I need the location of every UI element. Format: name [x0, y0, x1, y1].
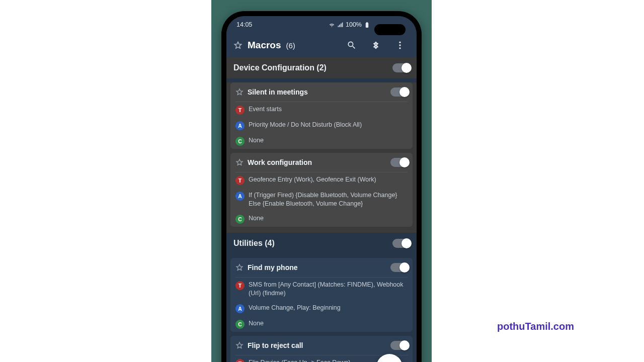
status-time: 14:05 [236, 21, 252, 28]
trigger-text: Geofence Entry (Work), Geofence Exit (Wo… [249, 175, 376, 184]
wifi-icon [329, 22, 335, 28]
group-toggle[interactable] [392, 239, 410, 248]
battery-percentage: 100% [346, 21, 362, 28]
trigger-text: Event starts [249, 105, 282, 114]
action-text: Volume Change, Play: Beginning [249, 304, 341, 312]
search-button[interactable] [342, 36, 361, 55]
action-row: A If (Trigger Fired) {Disable Bluetooth,… [230, 188, 413, 211]
macro-title: Flip to reject call [248, 341, 386, 349]
constraint-badge-icon: C [235, 215, 245, 224]
trigger-row: T SMS from [Any Contact] (Matches: FINDM… [230, 278, 413, 301]
macro-card-find-phone[interactable]: Find my phone T SMS from [Any Contact] (… [230, 258, 413, 332]
star-icon[interactable] [235, 88, 244, 96]
app-bar: Macros (6) [226, 33, 417, 57]
collapse-button[interactable] [366, 36, 385, 55]
constraint-badge-icon: C [235, 137, 245, 146]
group-toggle[interactable] [392, 63, 410, 72]
macro-title: Find my phone [248, 263, 386, 272]
constraint-badge-icon: C [235, 320, 245, 329]
phone-screen: 14:05 100% Macros (6) [226, 16, 417, 362]
search-icon [347, 40, 357, 50]
trigger-row: T Event starts [230, 102, 413, 118]
overflow-menu-button[interactable] [390, 36, 410, 55]
trigger-badge-icon: T [235, 176, 245, 185]
macro-toggle[interactable] [390, 158, 408, 167]
group-title: Device Configuration (2) [233, 63, 327, 72]
action-badge-icon: A [235, 121, 245, 130]
trigger-badge-icon: T [235, 359, 245, 363]
macro-list[interactable]: Device Configuration (2) Silent in meeti… [226, 57, 417, 362]
svg-point-2 [399, 47, 400, 49]
svg-point-1 [399, 44, 400, 46]
group-header-utilities[interactable]: Utilities (4) [226, 233, 417, 254]
action-row: A Priority Mode / Do Not Disturb (Block … [230, 118, 413, 133]
constraint-text: None [249, 214, 264, 223]
trigger-badge-icon: T [235, 106, 245, 115]
star-icon[interactable] [235, 158, 244, 166]
star-icon[interactable] [235, 263, 244, 272]
macro-toggle[interactable] [390, 87, 408, 97]
appbar-count: (6) [286, 41, 295, 50]
favorite-star-icon[interactable] [233, 41, 243, 50]
action-text: If (Trigger Fired) {Disable Bluetooth, V… [249, 191, 408, 208]
appbar-title: Macros [248, 40, 281, 51]
macro-toggle[interactable] [390, 263, 408, 272]
battery-icon [364, 22, 370, 28]
constraint-text: None [249, 136, 264, 145]
trigger-row: T Geofence Entry (Work), Geofence Exit (… [230, 172, 413, 188]
star-icon[interactable] [235, 341, 244, 349]
trigger-text: Flip Device (Face Up -> Face Down) [249, 358, 351, 363]
macro-title: Work configuration [248, 158, 386, 166]
more-vert-icon [395, 40, 405, 50]
macro-toggle[interactable] [390, 341, 408, 350]
camera-cutout [374, 24, 406, 35]
constraint-row: C None [230, 316, 413, 332]
collapse-icon [371, 40, 381, 50]
group-title: Utilities (4) [233, 239, 275, 248]
action-row: A Volume Change, Play: Beginning [230, 301, 413, 316]
svg-point-0 [399, 42, 400, 43]
constraint-row: C None [230, 133, 413, 149]
action-badge-icon: A [235, 192, 245, 201]
page-background: 14:05 100% Macros (6) [211, 0, 432, 362]
constraint-row: C None [230, 211, 413, 227]
trigger-badge-icon: T [235, 281, 245, 290]
signal-icon [337, 22, 344, 28]
macro-title: Silent in meetings [248, 88, 386, 96]
status-right: 100% [329, 21, 370, 28]
macro-card-work-config[interactable]: Work configuration T Geofence Entry (Wor… [230, 153, 413, 227]
macro-card-silent-meetings[interactable]: Silent in meetings T Event starts A Prio… [230, 82, 413, 149]
group-header-device-config[interactable]: Device Configuration (2) [226, 57, 417, 78]
constraint-text: None [249, 319, 264, 328]
action-text: Priority Mode / Do Not Disturb (Block Al… [249, 121, 362, 129]
watermark-text: pothuTamil.com [497, 321, 574, 332]
action-badge-icon: A [235, 304, 245, 313]
trigger-text: SMS from [Any Contact] (Matches: FINDME)… [249, 281, 408, 298]
phone-frame: 14:05 100% Macros (6) [221, 11, 422, 362]
